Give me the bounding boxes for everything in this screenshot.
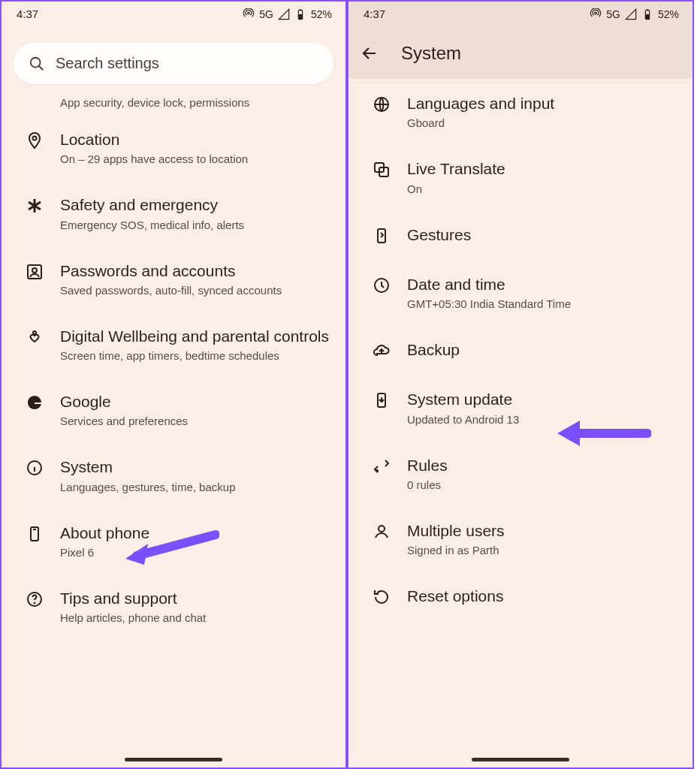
system-list: Languages and inputGboard Live Translate… (348, 79, 692, 621)
svg-rect-1 (298, 14, 302, 20)
translate-icon (373, 161, 391, 179)
svg-rect-17 (645, 14, 649, 20)
system-item-languages[interactable]: Languages and inputGboard (348, 79, 692, 144)
signal-icon (278, 8, 290, 20)
svg-point-5 (33, 137, 37, 140)
settings-main-screen: 4:37 5G 52% Search settings App security… (0, 0, 347, 769)
hotspot-icon (590, 8, 602, 20)
settings-item-system[interactable]: SystemLanguages, gestures, time, backup (2, 442, 345, 508)
system-item-users[interactable]: Multiple usersSigned in as Parth (348, 506, 692, 571)
location-icon (26, 131, 44, 149)
search-icon (29, 56, 45, 72)
annotation-arrow-system (122, 527, 219, 565)
status-bar: 4:37 5G 52% (2, 2, 345, 23)
info-icon (26, 459, 44, 477)
status-time: 4:37 (17, 8, 38, 20)
hotspot-icon (243, 8, 255, 20)
battery-label: 52% (311, 8, 332, 20)
svg-point-8 (33, 331, 36, 334)
signal-icon (625, 8, 637, 20)
svg-point-3 (31, 57, 41, 67)
svg-rect-18 (647, 9, 649, 10)
system-item-datetime[interactable]: Date and timeGMT+05:30 India Standard Ti… (348, 260, 692, 325)
svg-point-7 (32, 268, 37, 273)
system-item-backup[interactable]: Backup (348, 325, 692, 375)
system-settings-screen: 4:37 5G 52% System Languages and inputGb… (347, 0, 694, 769)
page-title: System (401, 43, 461, 64)
settings-item-tips[interactable]: Tips and supportHelp articles, phone and… (2, 574, 345, 639)
search-settings-input[interactable]: Search settings (14, 43, 333, 84)
search-placeholder: Search settings (56, 55, 159, 72)
status-time: 4:37 (364, 8, 385, 20)
settings-item-safety[interactable]: Safety and emergencyEmergency SOS, medic… (2, 180, 345, 246)
wellbeing-icon (26, 328, 44, 346)
settings-item-wellbeing[interactable]: Digital Wellbeing and parental controlsS… (2, 312, 345, 377)
network-label: 5G (606, 8, 620, 20)
svg-rect-2 (300, 9, 302, 10)
home-handle[interactable] (125, 758, 222, 761)
person-box-icon (26, 263, 44, 281)
rules-icon (373, 457, 391, 475)
cloud-icon (373, 342, 391, 360)
back-icon[interactable] (361, 44, 379, 62)
system-item-gestures[interactable]: Gestures (348, 210, 692, 260)
network-label: 5G (259, 8, 273, 20)
svg-line-4 (39, 65, 44, 70)
annotation-arrow-update (554, 415, 651, 452)
status-icons: 5G 52% (243, 8, 332, 20)
help-icon (26, 590, 44, 608)
phone-update-icon (373, 391, 391, 409)
status-icons: 5G 52% (590, 8, 679, 20)
globe-icon (373, 95, 391, 113)
battery-icon (294, 8, 306, 20)
svg-point-26 (379, 526, 385, 532)
reset-icon (373, 588, 391, 606)
settings-item-location[interactable]: LocationOn – 29 apps have access to loca… (2, 115, 345, 180)
battery-icon (641, 8, 653, 20)
battery-label: 52% (658, 8, 679, 20)
clock-icon (373, 276, 391, 294)
svg-point-15 (35, 602, 35, 603)
home-handle[interactable] (472, 758, 569, 761)
phone-box-icon (26, 525, 44, 543)
system-item-translate[interactable]: Live TranslateOn (348, 144, 692, 210)
status-bar: 4:37 5G 52% (348, 2, 692, 23)
asterisk-icon (26, 197, 44, 215)
settings-item-passwords[interactable]: Passwords and accountsSaved passwords, a… (2, 246, 345, 312)
svg-point-25 (376, 470, 378, 472)
security-subtitle: App security, device lock, permissions (2, 92, 345, 115)
person-icon (373, 523, 391, 541)
settings-item-google[interactable]: GoogleServices and preferences (2, 377, 345, 442)
system-item-reset[interactable]: Reset options (348, 571, 692, 621)
gestures-icon (373, 227, 391, 245)
google-icon (26, 394, 44, 412)
page-header: System (348, 23, 692, 79)
